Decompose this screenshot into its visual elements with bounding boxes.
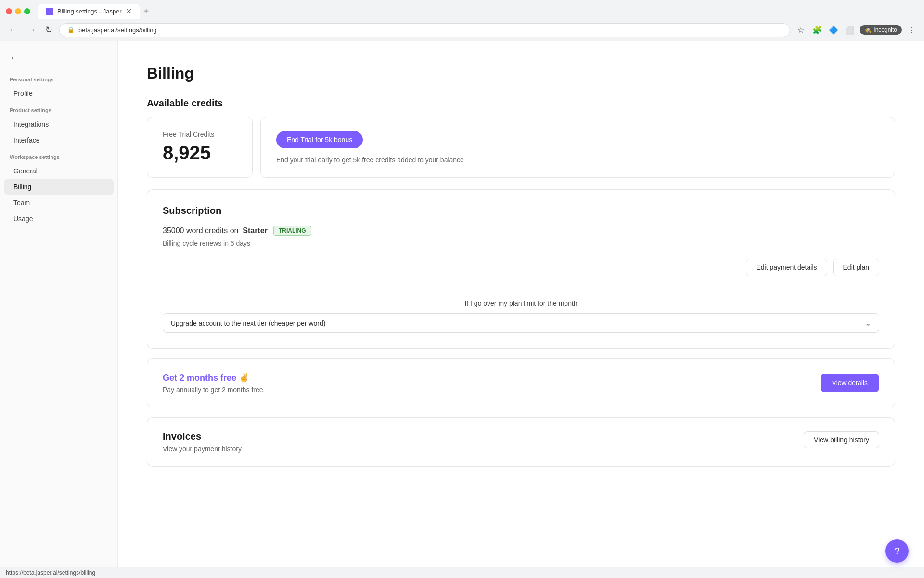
browser-dots bbox=[6, 8, 30, 14]
tab-favicon bbox=[46, 8, 53, 15]
minimize-dot[interactable] bbox=[15, 8, 21, 14]
browser-actions: ☆ 🧩 🔷 ⬜ 🕵️ Incognito ⋮ bbox=[794, 23, 918, 37]
menu-button[interactable]: ⋮ bbox=[905, 23, 918, 37]
sidebar-item-usage[interactable]: Usage bbox=[4, 211, 114, 226]
view-details-button[interactable]: View details bbox=[821, 374, 879, 392]
credits-label: Free Trial Credits bbox=[163, 131, 237, 138]
lock-icon: 🔒 bbox=[67, 26, 75, 33]
address-bar[interactable]: 🔒 beta.jasper.ai/settings/billing bbox=[59, 23, 790, 37]
end-trial-button[interactable]: End Trial for 5k bonus bbox=[276, 131, 363, 148]
trial-badge: TRIALING bbox=[273, 226, 311, 236]
end-trial-card: End Trial for 5k bonus End your trial ea… bbox=[260, 117, 895, 178]
available-credits-title: Available credits bbox=[147, 98, 895, 109]
credits-number: 8,925 bbox=[163, 142, 237, 164]
annual-card-left: Get 2 months free ✌️ Pay annually to get… bbox=[163, 372, 265, 394]
back-button[interactable]: ← bbox=[0, 49, 117, 71]
credits-row: Free Trial Credits 8,925 End Trial for 5… bbox=[147, 117, 895, 178]
incognito-icon: 🕵️ bbox=[864, 26, 872, 33]
subscription-plan-row: 35000 word credits on Starter TRIALING bbox=[163, 226, 879, 236]
subscription-plan-text: 35000 word credits on Starter bbox=[163, 226, 268, 235]
billing-cycle: Billing cycle renews in 6 days bbox=[163, 239, 879, 247]
browser-tabs: Billing settings - Jasper ✕ + bbox=[38, 4, 153, 19]
browser-titlebar: Billing settings - Jasper ✕ + bbox=[0, 0, 924, 19]
chevron-down-icon: ⌄ bbox=[865, 318, 871, 328]
invoices-card: Invoices View your payment history View … bbox=[147, 417, 895, 467]
back-button[interactable]: ← bbox=[6, 23, 20, 37]
plan-limit-select[interactable]: Upgrade account to the next tier (cheape… bbox=[163, 313, 879, 333]
url-text: beta.jasper.ai/settings/billing bbox=[78, 26, 157, 34]
plan-limit-question: If I go over my plan limit for the month bbox=[163, 300, 879, 307]
sidebar-item-general[interactable]: General bbox=[4, 163, 114, 179]
sidebar-item-profile[interactable]: Profile bbox=[4, 86, 114, 101]
extension-button-1[interactable]: 🧩 bbox=[810, 23, 824, 37]
annual-description: Pay annually to get 2 months free. bbox=[163, 386, 265, 394]
edit-payment-button[interactable]: Edit payment details bbox=[746, 259, 827, 276]
help-button[interactable]: ? bbox=[886, 539, 909, 563]
status-bar: https://beta.jasper.ai/settings/billing bbox=[0, 567, 924, 578]
sidebar-item-billing[interactable]: Billing bbox=[4, 179, 114, 195]
plan-limit-option: Upgrade account to the next tier (cheape… bbox=[171, 319, 325, 327]
extension-button-2[interactable]: 🔷 bbox=[827, 23, 840, 37]
workspace-settings-section: Workspace settings bbox=[0, 148, 117, 163]
browser-toolbar: ← → ↻ 🔒 beta.jasper.ai/settings/billing … bbox=[0, 19, 924, 41]
page-title: Billing bbox=[147, 65, 895, 82]
main-content: Billing Available credits Free Trial Cre… bbox=[118, 41, 924, 567]
tab-title: Billing settings - Jasper bbox=[57, 8, 122, 15]
edit-plan-button[interactable]: Edit plan bbox=[833, 259, 879, 276]
active-tab[interactable]: Billing settings - Jasper ✕ bbox=[38, 4, 140, 19]
bookmark-button[interactable]: ☆ bbox=[794, 23, 808, 37]
sidebar: ← Personal settings Profile Product sett… bbox=[0, 41, 118, 567]
back-arrow-icon: ← bbox=[10, 53, 18, 63]
subscription-actions: Edit payment details Edit plan bbox=[163, 259, 879, 276]
incognito-label: Incognito bbox=[873, 26, 897, 33]
maximize-dot[interactable] bbox=[24, 8, 30, 14]
product-settings-section: Product settings bbox=[0, 102, 117, 116]
subscription-title: Subscription bbox=[163, 205, 879, 216]
new-tab-button[interactable]: + bbox=[140, 4, 153, 19]
browser-chrome: Billing settings - Jasper ✕ + ← → ↻ 🔒 be… bbox=[0, 0, 924, 41]
sidebar-item-integrations[interactable]: Integrations bbox=[4, 117, 114, 132]
sidebar-item-interface[interactable]: Interface bbox=[4, 132, 114, 148]
close-dot[interactable] bbox=[6, 8, 12, 14]
view-billing-button[interactable]: View billing history bbox=[804, 431, 879, 448]
plan-name: Starter bbox=[243, 226, 268, 235]
app-layout: ← Personal settings Profile Product sett… bbox=[0, 41, 924, 567]
end-trial-description: End your trial early to get 5k free cred… bbox=[276, 156, 879, 164]
invoices-left: Invoices View your payment history bbox=[163, 431, 242, 453]
subscription-divider bbox=[163, 288, 879, 288]
invoices-description: View your payment history bbox=[163, 445, 242, 453]
annual-title: Get 2 months free ✌️ bbox=[163, 372, 265, 383]
forward-button[interactable]: → bbox=[24, 23, 38, 37]
incognito-badge: 🕵️ Incognito bbox=[860, 25, 902, 35]
status-url: https://beta.jasper.ai/settings/billing bbox=[6, 569, 95, 576]
sidebar-item-team[interactable]: Team bbox=[4, 195, 114, 210]
subscription-card: Subscription 35000 word credits on Start… bbox=[147, 189, 895, 349]
credits-card: Free Trial Credits 8,925 bbox=[147, 117, 253, 178]
personal-settings-section: Personal settings bbox=[0, 71, 117, 85]
refresh-button[interactable]: ↻ bbox=[42, 23, 55, 37]
extension-button-3[interactable]: ⬜ bbox=[843, 23, 857, 37]
annual-card: Get 2 months free ✌️ Pay annually to get… bbox=[147, 358, 895, 407]
invoices-title: Invoices bbox=[163, 431, 242, 442]
tab-close-button[interactable]: ✕ bbox=[126, 7, 132, 16]
